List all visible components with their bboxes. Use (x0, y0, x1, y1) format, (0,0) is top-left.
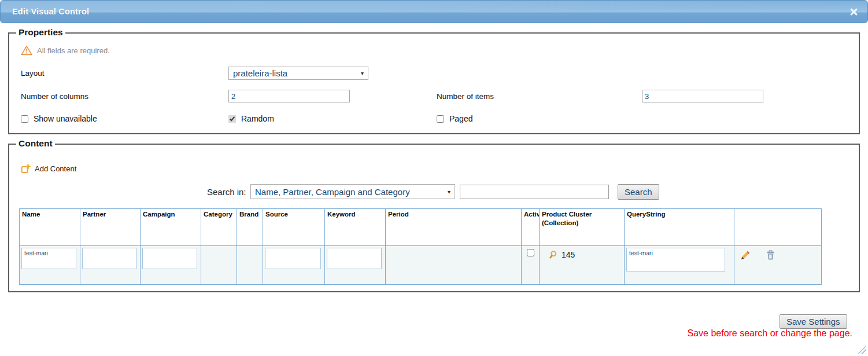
col-header-keyword: Keyword (325, 209, 386, 246)
cell-keyword (325, 246, 386, 285)
add-content-button[interactable]: Add Content (21, 164, 76, 174)
col-header-partner: Partner (80, 209, 141, 246)
edit-visual-control-dialog: Edit Visual Control Properties All field… (0, 0, 868, 356)
show-unavailable-label: Show unavailable (34, 114, 97, 123)
chevron-down-icon: ▾ (361, 70, 364, 76)
dialog-title: Edit Visual Control (12, 7, 89, 16)
row-campaign-input[interactable] (142, 248, 197, 269)
content-legend: Content (16, 138, 55, 149)
save-warning-text: Save before search or change the page. (687, 328, 852, 339)
cell-source (263, 246, 325, 285)
search-scope-value: Name, Partner, Campaign and Category (255, 187, 410, 197)
content-table: Name Partner Campaign Category Brand Sou… (19, 208, 822, 285)
magnifier-icon[interactable] (549, 250, 559, 259)
save-settings-button[interactable]: Save Settings (780, 314, 847, 329)
warning-icon (21, 45, 32, 56)
properties-section: Properties All fields are required. Layo… (8, 32, 860, 134)
row-partner-input[interactable] (82, 248, 136, 269)
col-header-name: Name (20, 209, 80, 246)
col-header-active: Activ (522, 209, 540, 246)
col-header-querystring: QueryString (625, 209, 734, 246)
layout-select-value: prateleira-lista (233, 68, 287, 78)
col-header-actions (734, 209, 822, 246)
table-row: test-mari (20, 246, 822, 285)
random-group: Ramdom (228, 114, 274, 123)
add-content-label: Add Content (35, 164, 76, 173)
row-keyword-input[interactable] (327, 248, 382, 269)
row-name-input[interactable]: test-mari (21, 248, 76, 269)
add-content-icon (21, 164, 31, 174)
chevron-down-icon: ▾ (448, 189, 450, 195)
close-icon[interactable] (850, 8, 858, 16)
content-section: Content Add Content Search in: Name, Par… (8, 144, 860, 292)
paged-checkbox[interactable] (437, 115, 444, 123)
row-source-input[interactable] (265, 248, 321, 269)
show-unavailable-checkbox[interactable] (21, 115, 28, 123)
columns-label: Number of columns (21, 92, 88, 101)
random-label: Ramdom (241, 114, 274, 123)
row-active-checkbox[interactable] (527, 249, 534, 256)
cell-active (522, 246, 540, 285)
random-checkbox[interactable] (228, 115, 236, 123)
row-querystring-input[interactable]: test-mari (626, 248, 725, 271)
show-unavailable-group: Show unavailable (21, 114, 97, 123)
search-in-label: Search in: (207, 187, 246, 197)
product-cluster-count: 145 (562, 250, 575, 259)
col-header-category: Category (201, 209, 237, 246)
required-note: All fields are required. (37, 46, 110, 55)
required-note-row: All fields are required. (21, 45, 110, 56)
col-header-period: Period (386, 209, 522, 246)
col-header-product-cluster: Product Cluster (Collection) (540, 209, 625, 246)
search-scope-select[interactable]: Name, Partner, Campaign and Category ▾ (250, 184, 455, 199)
cell-actions (734, 246, 822, 285)
edit-pencil-icon[interactable] (741, 250, 751, 260)
paged-group: Paged (437, 114, 472, 123)
layout-select[interactable]: prateleira-lista ▾ (228, 67, 368, 80)
table-header-row: Name Partner Campaign Category Brand Sou… (20, 209, 822, 246)
paged-label: Paged (449, 114, 472, 123)
dialog-titlebar: Edit Visual Control (0, 0, 868, 23)
resize-grip[interactable] (858, 346, 866, 354)
col-header-campaign: Campaign (141, 209, 201, 246)
columns-input[interactable] (228, 90, 350, 102)
cell-name: test-mari (20, 246, 80, 285)
cell-campaign (141, 246, 201, 285)
search-button[interactable]: Search (618, 184, 659, 200)
cell-product-cluster: 145 (540, 246, 625, 285)
delete-trash-icon[interactable] (766, 250, 775, 260)
items-label: Number of items (437, 92, 494, 101)
cell-querystring: test-mari (625, 246, 734, 285)
col-header-source: Source (263, 209, 325, 246)
properties-legend: Properties (16, 27, 65, 38)
layout-label: Layout (21, 69, 45, 78)
items-input[interactable] (642, 90, 763, 102)
col-header-brand: Brand (237, 209, 263, 246)
search-input[interactable] (460, 185, 609, 199)
cell-partner (80, 246, 141, 285)
cell-category (201, 246, 237, 285)
cell-brand (237, 246, 263, 285)
cell-period (386, 246, 522, 285)
